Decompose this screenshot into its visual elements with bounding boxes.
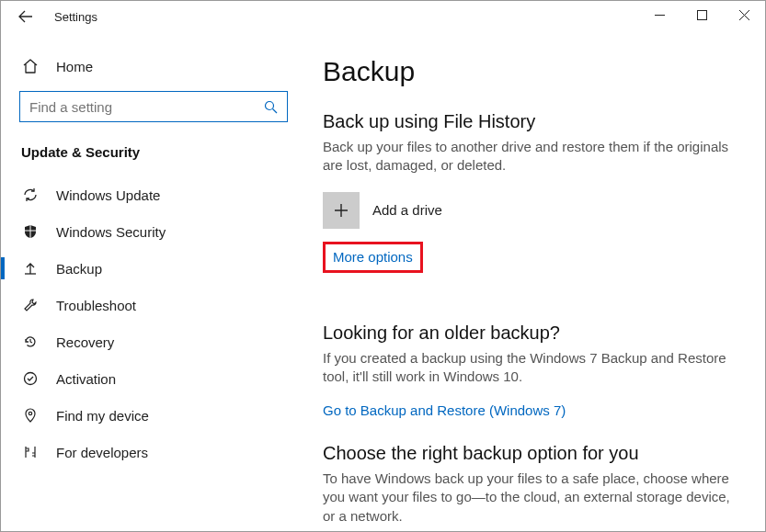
sidebar-item-label: Backup — [56, 261, 102, 277]
backup-restore-link[interactable]: Go to Backup and Restore (Windows 7) — [323, 402, 566, 418]
sidebar-item-backup[interactable]: Backup — [1, 250, 306, 287]
backup-icon — [21, 260, 40, 277]
search-icon — [264, 100, 278, 114]
home-icon — [21, 58, 40, 74]
main-content: Backup Back up using File History Back u… — [306, 32, 765, 531]
wrench-icon — [21, 297, 40, 313]
sidebar-item-find-my-device[interactable]: Find my device — [1, 397, 306, 434]
search-input[interactable] — [29, 99, 264, 115]
add-drive-button[interactable]: Add a drive — [323, 192, 734, 229]
file-history-heading: Back up using File History — [323, 111, 734, 132]
sidebar-item-for-developers[interactable]: For developers — [1, 434, 306, 470]
close-button[interactable] — [723, 1, 765, 28]
plus-box — [323, 192, 360, 229]
maximize-icon — [697, 10, 707, 20]
sidebar-item-windows-update[interactable]: Windows Update — [1, 176, 306, 213]
close-icon — [739, 10, 749, 20]
sidebar-item-label: Windows Security — [56, 224, 166, 240]
sidebar-item-label: Troubleshoot — [56, 298, 136, 313]
sidebar-item-label: Find my device — [56, 408, 149, 424]
file-history-desc: Back up your files to another drive and … — [323, 138, 734, 175]
sidebar-item-label: For developers — [56, 445, 148, 460]
sidebar-section-header: Update & Security — [1, 141, 306, 176]
location-icon — [21, 407, 40, 424]
svg-point-2 — [25, 373, 37, 385]
more-options-link[interactable]: More options — [333, 249, 413, 265]
check-circle-icon — [21, 370, 40, 387]
sidebar-item-label: Recovery — [56, 334, 114, 350]
maximize-button[interactable] — [680, 1, 723, 28]
shield-icon — [21, 223, 40, 240]
older-heading: Looking for an older backup? — [323, 323, 734, 344]
sidebar-home-label: Home — [56, 59, 93, 74]
older-desc: If you created a backup using the Window… — [323, 349, 734, 387]
arrow-left-icon — [18, 9, 33, 24]
page-title: Backup — [323, 56, 734, 87]
choose-heading: Choose the right backup option for you — [323, 443, 734, 464]
choose-option-section: Choose the right backup option for you T… — [323, 443, 734, 531]
window-controls — [638, 1, 765, 28]
sync-icon — [21, 187, 40, 203]
file-history-section: Back up using File History Back up your … — [323, 111, 734, 299]
sidebar-item-troubleshoot[interactable]: Troubleshoot — [1, 287, 306, 323]
sidebar: Home Update & Security Windows Update Wi… — [1, 32, 306, 531]
sidebar-item-windows-security[interactable]: Windows Security — [1, 213, 306, 250]
plus-icon — [333, 202, 349, 219]
search-input-wrap[interactable] — [19, 91, 288, 122]
svg-point-3 — [29, 412, 31, 414]
developer-icon — [21, 444, 40, 460]
more-options-highlight: More options — [323, 242, 423, 273]
sidebar-item-activation[interactable]: Activation — [1, 360, 306, 397]
add-drive-label: Add a drive — [372, 202, 442, 218]
sidebar-home[interactable]: Home — [1, 51, 306, 82]
svg-rect-0 — [697, 10, 706, 19]
older-backup-section: Looking for an older backup? If you crea… — [323, 323, 734, 420]
minimize-icon — [655, 10, 665, 20]
sidebar-item-label: Windows Update — [56, 187, 160, 203]
back-button[interactable] — [14, 9, 38, 24]
choose-desc: To have Windows back up your files to a … — [323, 470, 734, 526]
sidebar-item-label: Activation — [56, 371, 116, 387]
sidebar-item-recovery[interactable]: Recovery — [1, 323, 306, 360]
window-title: Settings — [54, 10, 97, 24]
history-icon — [21, 334, 40, 350]
svg-point-1 — [266, 101, 274, 109]
minimize-button[interactable] — [638, 1, 680, 28]
